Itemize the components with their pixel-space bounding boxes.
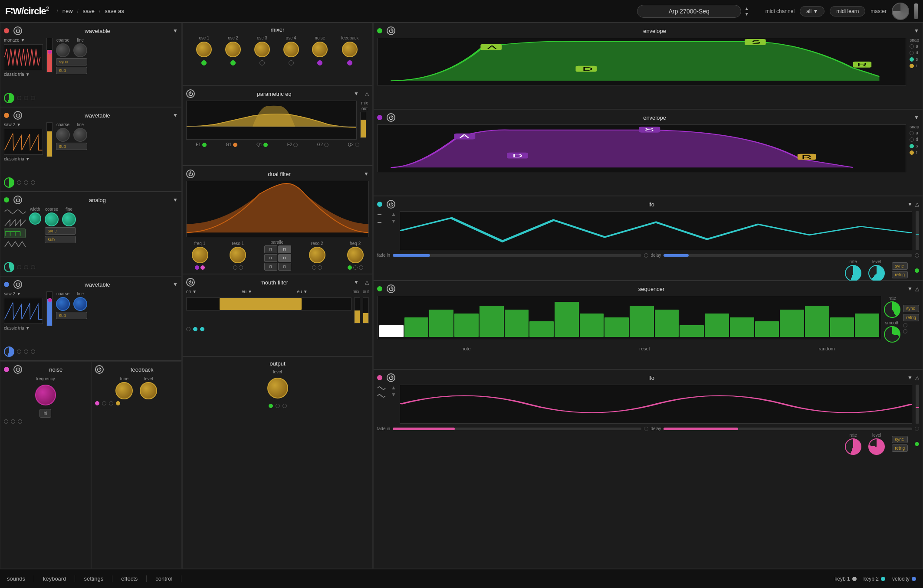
osc3-wave-tri[interactable] [4, 239, 26, 249]
seq-bar-18[interactable] [830, 317, 854, 337]
nav-save[interactable]: save [83, 8, 95, 14]
pf-btn3[interactable]: ⊓ [264, 254, 277, 262]
env1-r-radio[interactable]: r [910, 63, 919, 68]
lfo1-retrig-btn[interactable]: retrig [892, 271, 908, 278]
mouth-power[interactable]: ⏻ [186, 278, 195, 287]
osc2-power[interactable]: ⏻ [13, 111, 22, 120]
osc1-ind1[interactable] [17, 96, 21, 100]
preset-name[interactable]: Arp 27000-Seq [637, 5, 741, 18]
output-level-knob[interactable] [267, 378, 288, 399]
osc3-sync-btn[interactable]: sync [45, 227, 76, 235]
seq-bar-15[interactable] [755, 321, 779, 337]
lfo2-delay-ind[interactable] [915, 427, 919, 431]
osc2-preset[interactable]: saw 2 ▼ [4, 122, 43, 127]
seq-bar-9[interactable] [604, 317, 629, 337]
mixer-osc1-ind[interactable] [201, 60, 207, 65]
osc3-coarse-knob[interactable] [45, 212, 59, 226]
mixer-osc4-ind[interactable] [289, 60, 294, 65]
osc1-preset[interactable]: monaco ▼ [4, 38, 43, 42]
seq-expand[interactable]: △ [915, 286, 919, 292]
eq-g2-ind[interactable] [324, 143, 328, 147]
osc4-type-dropdown[interactable]: ▼ [173, 281, 178, 287]
seq-bar-11[interactable] [655, 310, 679, 337]
seq-sync-btn[interactable]: sync [903, 305, 919, 312]
seq-bar-2[interactable] [429, 310, 453, 337]
filter-freq1-knob[interactable] [192, 247, 208, 263]
osc2-fine-knob[interactable] [73, 128, 87, 142]
feedback-ind-pink[interactable] [95, 401, 99, 405]
osc4-sub-btn[interactable]: sub [56, 312, 87, 319]
mouth-vowel2[interactable]: eu ▼ [242, 289, 252, 294]
osc1-coarse-knob[interactable] [56, 43, 70, 57]
seq-bar-1[interactable] [404, 317, 429, 337]
env2-d-radio[interactable]: d [910, 137, 919, 142]
seq-note-label[interactable]: note [461, 346, 470, 351]
lfo2-shape-down[interactable]: ▼ [391, 392, 396, 398]
osc1-type-dropdown[interactable]: ▼ [173, 28, 178, 34]
lfo1-expand[interactable]: △ [915, 201, 919, 207]
seq-bar-7[interactable] [555, 302, 579, 337]
lfo2-sync-btn[interactable]: sync [892, 436, 908, 443]
env2-r-radio[interactable]: r [910, 150, 919, 155]
feedback-ind2[interactable] [109, 401, 113, 405]
nav-control[interactable]: control [147, 575, 181, 582]
osc1-fine-knob[interactable] [73, 43, 87, 57]
seq-power[interactable]: ⏻ [387, 284, 395, 293]
osc3-wave-square[interactable] [4, 229, 26, 238]
osc1-small-knob[interactable] [4, 93, 14, 103]
noise-freq-knob[interactable] [35, 385, 56, 405]
lfo1-dropdown[interactable]: ▼ [907, 201, 913, 207]
osc1-subpreset[interactable]: classic tria ▼ [4, 72, 43, 77]
lfo1-shape-up[interactable]: ▲ [391, 211, 396, 217]
filter-f2-ind1[interactable] [348, 265, 352, 270]
eq-dropdown[interactable]: ▼ [354, 91, 359, 97]
env1-a-radio[interactable]: a [910, 44, 919, 49]
filter-freq2-knob[interactable] [347, 247, 364, 263]
feedback-level-knob[interactable] [140, 382, 157, 399]
filter-r1-ind1[interactable] [233, 265, 237, 270]
mixer-noise-ind[interactable] [317, 60, 322, 65]
seq-bar-10[interactable] [630, 306, 654, 337]
pf-btn4[interactable]: ⊓ [278, 254, 291, 262]
lfo2-shape1[interactable] [377, 385, 386, 392]
seq-bar-4[interactable] [480, 306, 504, 337]
filter-power[interactable]: ⏻ [186, 170, 195, 178]
midi-channel-selector[interactable]: all ▼ [800, 6, 824, 16]
noise-power[interactable]: ⏻ [13, 365, 22, 374]
nav-save-as[interactable]: save as [105, 8, 124, 14]
osc3-wave-sine[interactable] [4, 207, 26, 216]
osc2-coarse-knob[interactable] [56, 128, 70, 142]
osc3-small-knob[interactable] [4, 262, 14, 272]
eq-q2-ind[interactable] [355, 143, 359, 147]
osc2-small-knob[interactable] [4, 177, 14, 188]
osc3-wave-saw[interactable] [4, 218, 26, 227]
env2-s-radio[interactable]: s [910, 144, 919, 148]
nav-sounds[interactable]: sounds [7, 575, 34, 582]
seq-ind[interactable] [903, 323, 907, 327]
osc3-width-knob[interactable] [29, 212, 41, 225]
seq-smooth-knob[interactable] [884, 326, 900, 343]
midi-learn-button[interactable]: midi learn [830, 6, 865, 16]
eq-expand[interactable]: △ [365, 91, 369, 97]
lfo2-shape2[interactable] [377, 392, 386, 399]
filter-f1-ind2[interactable] [200, 265, 205, 270]
pf-btn1[interactable]: ⊓ [264, 245, 277, 253]
filter-reso2-knob[interactable] [309, 247, 325, 263]
lfo2-fade-slider[interactable] [393, 428, 641, 430]
lfo1-active-ind[interactable] [915, 268, 919, 273]
nav-settings[interactable]: settings [75, 575, 112, 582]
osc4-preset[interactable]: saw 2 ▼ [4, 291, 43, 296]
osc3-fine-knob[interactable] [62, 212, 76, 226]
feedback-tune-knob[interactable] [115, 382, 133, 399]
output-ind3[interactable] [282, 404, 287, 408]
osc3-type-dropdown[interactable]: ▼ [173, 197, 178, 203]
osc4-small-knob[interactable] [4, 346, 14, 357]
mouth-ind2[interactable] [193, 327, 197, 331]
seq-bar-5[interactable] [505, 310, 529, 337]
osc4-fine-knob[interactable] [73, 297, 87, 311]
seq-bar-19[interactable] [855, 314, 879, 337]
eq-f1-ind[interactable] [202, 143, 207, 147]
mouth-expand[interactable]: △ [365, 279, 369, 285]
mouth-slider[interactable] [186, 297, 351, 310]
lfo1-sync-btn[interactable]: sync [892, 262, 908, 270]
